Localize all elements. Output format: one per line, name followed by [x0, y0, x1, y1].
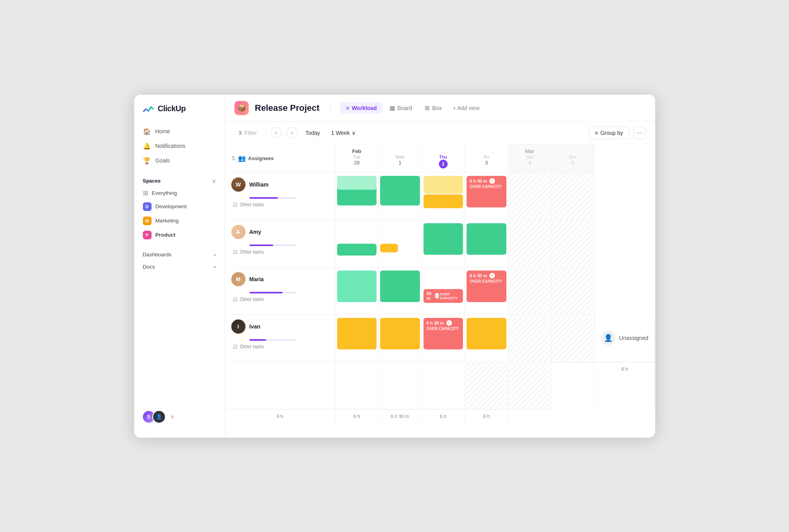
william-task-tue-2[interactable]	[337, 176, 377, 190]
maria-cell-fri[interactable]: 6 h 30 m ! OVER CAPACITY	[465, 267, 508, 315]
maria-cell-wed[interactable]	[379, 267, 422, 315]
william-task-thu-bot[interactable]	[424, 194, 463, 208]
box-label: Box	[432, 105, 442, 111]
amy-cell-thu[interactable]	[422, 220, 465, 267]
filter-icon: ⧗	[238, 129, 242, 136]
maria-task-wed[interactable]	[380, 271, 420, 302]
next-arrow-button[interactable]: ›	[287, 127, 298, 138]
user-avatars[interactable]: S 👤	[142, 410, 166, 424]
unassigned-cell: 👤 Unassigned	[595, 315, 655, 362]
amy-task-wed[interactable]	[380, 244, 398, 252]
william-cell-sun	[551, 173, 595, 220]
amy-task-fri[interactable]	[467, 223, 506, 255]
day-num-2: 2	[439, 160, 448, 168]
logo[interactable]: ClickUp	[134, 103, 225, 125]
maria-task-thu[interactable]: 30 m ! OVER CAPACITY	[424, 289, 463, 303]
other-tasks-ivan[interactable]: ☑ Other tasks	[231, 342, 329, 351]
person-info-maria: M Maria	[231, 272, 329, 286]
today-label: Today	[305, 130, 320, 136]
william-cell-sat	[508, 173, 552, 220]
spaces-header[interactable]: Spaces ∨	[138, 175, 221, 187]
col-header-sat: Mar Sat 4	[508, 144, 552, 173]
maria-task-tue[interactable]	[337, 271, 377, 302]
nav-item-notifications[interactable]: 🔔 Notifications	[138, 139, 221, 153]
main-content: 📦 Release Project ≡ Workload ▦ Board ⊞ B…	[225, 95, 655, 438]
day-name-tue: Tue	[353, 155, 360, 159]
unassigned-cell-thu[interactable]	[379, 362, 422, 409]
unassigned-cell-fri[interactable]	[422, 362, 465, 409]
amy-task-tue[interactable]	[337, 244, 377, 256]
tab-workload[interactable]: ≡ Workload	[340, 102, 382, 114]
ivan-task-fri[interactable]	[467, 318, 506, 349]
amy-cell-fri[interactable]	[465, 220, 508, 267]
tab-board[interactable]: ▦ Board	[384, 102, 418, 114]
week-selector-button[interactable]: 1 Week ∨	[328, 128, 359, 138]
assignees-icon: 👥	[238, 155, 246, 162]
ivan-cell-fri[interactable]	[465, 315, 508, 362]
workload-table: ⇅ 👥 Assignees Feb Tue 28 Wed 1	[225, 144, 655, 423]
amy-task-thu[interactable]	[424, 223, 463, 255]
workload-label: Workload	[352, 105, 377, 111]
warning-icon-william-fri: !	[489, 178, 495, 184]
today-button[interactable]: Today	[302, 128, 323, 138]
space-everything[interactable]: ⊞ Everything	[138, 187, 221, 200]
ivan-thu-label: 6 h 30 m	[427, 321, 444, 325]
william-cell-tue[interactable]	[335, 173, 379, 220]
add-view-button[interactable]: + Add view	[449, 103, 484, 114]
amy-cell-tue[interactable]	[335, 220, 379, 267]
unassigned-cell-tue[interactable]	[225, 362, 335, 409]
more-options-button[interactable]: ···	[633, 127, 646, 139]
nav-item-home[interactable]: 🏠 Home	[138, 125, 221, 138]
other-tasks-amy[interactable]: ☑ Other tasks	[231, 248, 329, 257]
nav-item-dashboards[interactable]: Dashboards ›	[138, 248, 221, 261]
william-cell-fri[interactable]: 6 h 30 m ! OVER CAPACITY	[465, 173, 508, 220]
maria-cell-tue[interactable]	[335, 267, 379, 315]
bottom-nav: Dashboards › Docs ›	[134, 245, 225, 276]
amy-cell-wed[interactable]	[379, 220, 422, 267]
william-task-fri[interactable]: 6 h 30 m ! OVER CAPACITY	[467, 176, 506, 207]
william-task-thu-top[interactable]	[424, 176, 463, 194]
ivan-cell-wed[interactable]	[379, 315, 422, 362]
william-cell-thu[interactable]	[422, 173, 465, 220]
maria-thu-sublabel: OVER CAPACITY	[440, 292, 460, 300]
ivan-cell-thu[interactable]: 6 h 30 m ! OVER CAPACITY	[422, 315, 465, 362]
trophy-icon: 🏆	[143, 157, 151, 164]
sidebar-footer: S 👤 ∨	[134, 404, 225, 430]
filter-button[interactable]: ⧗ Filter	[234, 127, 261, 138]
unassigned-cell-wed[interactable]	[335, 362, 379, 409]
maria-task-fri[interactable]: 6 h 30 m ! OVER CAPACITY	[467, 271, 506, 302]
space-product[interactable]: P Product	[138, 228, 221, 242]
workload-container: ⇅ 👥 Assignees Feb Tue 28 Wed 1	[225, 144, 655, 438]
logo-text: ClickUp	[158, 104, 186, 113]
warning-icon-maria-fri: !	[489, 273, 495, 278]
nav-item-docs[interactable]: Docs ›	[138, 261, 221, 273]
other-tasks-maria[interactable]: ☑ Other tasks	[231, 295, 329, 304]
toolbar: ⧗ Filter ‹ › Today 1 Week ∨ ≡ Group by ·…	[225, 122, 655, 144]
avatar-ivan: I	[231, 319, 246, 334]
board-icon: ▦	[390, 105, 395, 112]
ivan-task-wed[interactable]	[380, 318, 420, 349]
space-development[interactable]: D Development	[138, 200, 221, 214]
other-tasks-label-amy: Other tasks	[240, 249, 264, 255]
prev-arrow-button[interactable]: ‹	[271, 127, 282, 138]
group-by-button[interactable]: ≡ Group by	[589, 127, 629, 139]
person-info-william: W William	[231, 177, 329, 192]
col-header-tue: Feb Tue 28	[335, 144, 379, 173]
ivan-task-thu[interactable]: 6 h 30 m ! OVER CAPACITY	[424, 318, 463, 349]
space-dot-marketing: M	[143, 217, 152, 225]
group-by-label: Group by	[600, 130, 623, 136]
person-info-amy: A Amy	[231, 225, 329, 239]
other-tasks-william[interactable]: ☑ Other tasks	[231, 200, 329, 209]
person-name-william: William	[249, 181, 269, 188]
clickup-logo-icon	[142, 103, 155, 115]
tab-box[interactable]: ⊞ Box	[419, 102, 447, 114]
nav-item-goals[interactable]: 🏆 Goals	[138, 154, 221, 168]
william-task-wed-2[interactable]	[380, 176, 420, 205]
william-cell-wed[interactable]	[379, 173, 422, 220]
day-num-5: 5	[572, 160, 574, 166]
space-marketing[interactable]: M Marketing	[138, 214, 221, 228]
maria-cell-thu[interactable]: 30 m ! OVER CAPACITY	[422, 267, 465, 315]
box-icon: ⊞	[425, 105, 430, 112]
ivan-task-tue[interactable]	[337, 318, 377, 349]
ivan-cell-tue[interactable]	[335, 315, 379, 362]
